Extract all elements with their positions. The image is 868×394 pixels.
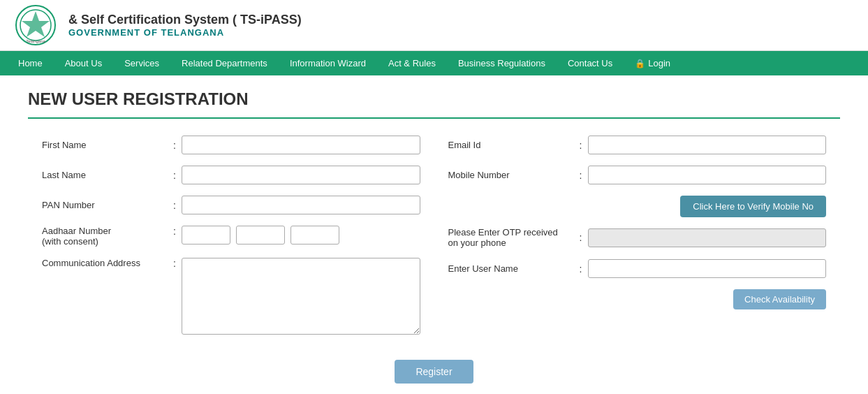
otp-row: Please Enter OTP received on your phone … [448,227,827,248]
email-row: Email Id : [448,136,827,154]
email-colon: : [574,140,588,151]
aadhaar-label-block: Aadhaar Number (with consent) [42,226,168,247]
first-name-colon: : [168,140,182,151]
logo-svg: Telangana [11,4,60,46]
otp-label-line1: Please Enter OTP received [448,227,574,238]
nav-item-business-regulations[interactable]: Business Regulations [447,51,557,75]
aadhaar-colon: : [168,226,182,237]
nav-item-login[interactable]: 🔒 Login [624,51,682,75]
mobile-input[interactable] [588,166,827,184]
last-name-colon: : [168,170,182,181]
registration-form: First Name : Last Name : PAN Number : Aa… [28,136,840,346]
nav-item-about-us[interactable]: About Us [54,51,113,75]
username-row: Enter User Name : [448,259,827,278]
username-label: Enter User Name [448,263,574,274]
otp-label-line2: on your phone [448,238,574,248]
first-name-row: First Name : [42,136,420,154]
form-left-column: First Name : Last Name : PAN Number : Aa… [28,136,434,346]
address-colon: : [168,258,182,269]
first-name-label: First Name [42,140,168,150]
address-row: Communication Address : [42,258,420,335]
nav-item-related-departments[interactable]: Related Departments [170,51,279,75]
lock-icon: 🔒 [635,59,645,68]
email-label: Email Id [448,140,574,150]
nav-item-contact-us[interactable]: Contact Us [557,51,624,75]
username-input[interactable] [588,259,827,278]
header-subtitle: GOVERNMENT OF TELANGANA [68,27,302,38]
pan-input[interactable] [182,196,420,214]
section-divider [28,117,840,119]
verify-mobile-button[interactable]: Click Here to Verify Mobile No [680,196,826,217]
check-availability-row: Check Availability [448,289,827,309]
login-label: Login [648,58,670,68]
mobile-row: Mobile Number : [448,166,827,184]
page-title: NEW USER REGISTRATION [28,89,840,109]
logo: Telangana [11,4,60,46]
check-availability-button[interactable]: Check Availability [733,289,826,309]
aadhaar-row: Aadhaar Number (with consent) : [42,226,420,247]
last-name-label: Last Name [42,170,168,180]
register-row: Register [28,360,840,384]
svg-marker-2 [22,11,50,37]
address-label: Communication Address [42,258,168,268]
register-button[interactable]: Register [395,360,473,384]
username-colon: : [574,263,588,275]
aadhaar-sublabel: (with consent) [42,236,168,247]
pan-label: PAN Number [42,200,168,210]
svg-text:Telangana: Telangana [26,39,45,43]
nav-item-information-wizard[interactable]: Information Wizard [279,51,377,75]
aadhaar-inputs-group [182,226,420,245]
otp-input[interactable] [588,228,827,247]
header-text-block: & Self Certification System ( TS-iPASS) … [68,13,302,38]
form-right-column: Email Id : Mobile Number : Click Here to… [434,136,841,346]
last-name-input[interactable] [182,166,420,184]
otp-colon: : [574,232,588,243]
mobile-colon: : [574,170,588,181]
verify-button-row: Click Here to Verify Mobile No [448,196,827,217]
aadhaar-label: Aadhaar Number [42,226,168,236]
mobile-label: Mobile Number [448,170,574,180]
address-input[interactable] [182,258,420,335]
nav-item-services[interactable]: Services [113,51,170,75]
pan-row: PAN Number : [42,196,420,214]
header: Telangana & Self Certification System ( … [0,0,868,51]
nav-item-home[interactable]: Home [7,51,54,75]
nav-item-act-rules[interactable]: Act & Rules [377,51,447,75]
aadhaar-part1[interactable] [182,226,230,245]
last-name-row: Last Name : [42,166,420,184]
navbar: Home About Us Services Related Departmen… [0,51,868,75]
header-title: & Self Certification System ( TS-iPASS) [68,13,302,27]
first-name-input[interactable] [182,136,420,154]
email-input[interactable] [588,136,827,154]
pan-colon: : [168,200,182,211]
aadhaar-part2[interactable] [236,226,285,245]
otp-label-block: Please Enter OTP received on your phone [448,227,574,248]
aadhaar-part3[interactable] [290,226,339,245]
page-content: NEW USER REGISTRATION First Name : Last … [0,75,868,394]
